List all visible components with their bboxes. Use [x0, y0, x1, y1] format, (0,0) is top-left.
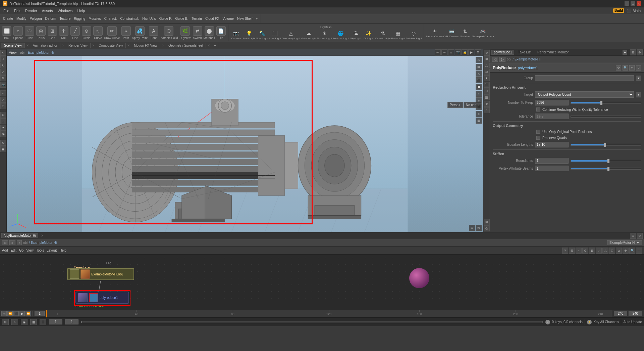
group-dropdown-btn[interactable]: ▼ — [636, 76, 641, 81]
ne-icon-4[interactable]: ⊙ — [582, 248, 588, 254]
ne-menu-view[interactable]: View — [26, 249, 34, 252]
tab-new-shelf[interactable]: New Shelf — [235, 16, 254, 21]
status-btn-2[interactable]: ○ — [11, 319, 18, 325]
ne-menu-add[interactable]: Add — [2, 249, 8, 252]
rpanel-icon-1[interactable]: ⊞ — [630, 49, 636, 55]
ne-icon-8[interactable]: □ — [609, 248, 615, 254]
vp-ctrl-2[interactable]: ↪ — [441, 49, 447, 55]
xray-toggle[interactable]: ⊙ — [0, 140, 6, 146]
pr-icon-2[interactable]: 🔍 — [623, 65, 628, 71]
tab-add-view[interactable]: + — [211, 43, 219, 48]
shelf-geometry-light[interactable]: △ Geometry Light — [282, 29, 300, 40]
preserve-quads-checkbox[interactable] — [536, 136, 540, 140]
shelf-volume-light[interactable]: ☁ Volume Light — [301, 29, 316, 40]
ne-icon-12[interactable]: ⋯ — [636, 248, 642, 254]
build-badge[interactable]: Build — [613, 8, 624, 13]
path-back[interactable]: ◁ — [492, 57, 498, 62]
shelf-platonic[interactable]: ⬡ Platonic Solid — [160, 26, 178, 40]
ri-4[interactable]: ◎ — [484, 69, 490, 75]
sop-level[interactable]: △ — [0, 97, 6, 103]
shelf-sky-light[interactable]: 🌤 Sky Light — [350, 29, 362, 40]
target-btn[interactable]: ▼ — [636, 92, 641, 97]
ri-5[interactable]: ✦ — [484, 75, 490, 81]
rpanel-icon-2[interactable]: ⊙ — [637, 49, 643, 55]
shelf-font[interactable]: A Font — [148, 26, 159, 40]
ri-9[interactable]: ⊕ — [484, 101, 490, 107]
vp-ctrl-cam[interactable]: 📷 — [455, 49, 461, 55]
shelf-null[interactable]: ✛ Null — [58, 26, 69, 40]
vp-display-1[interactable]: ⊙ — [476, 57, 482, 63]
vp-ctrl-1[interactable]: ↩ — [435, 49, 441, 55]
equalize-input[interactable] — [535, 142, 569, 147]
status-btn-3[interactable]: ◉ — [21, 319, 28, 325]
vp-ctrl-render[interactable]: ▶ — [468, 49, 474, 55]
vp-snap-1[interactable]: ⊞ — [469, 225, 475, 231]
vp-display-4[interactable]: ⬛ — [476, 77, 482, 83]
num-keep-slider[interactable] — [571, 102, 641, 104]
perspective-button[interactable]: Persp+ — [447, 102, 463, 108]
shelf-line[interactable]: ╱ Line — [70, 26, 80, 40]
menu-file[interactable]: File — [1, 8, 11, 14]
ri-bottom-2[interactable]: ◎ — [484, 225, 490, 231]
ne-icon-10[interactable]: ⊕ — [623, 248, 629, 254]
pivot-toggle[interactable]: ✦ — [0, 125, 6, 131]
rpanel-add-tab-button[interactable]: + — [623, 50, 627, 55]
main-workspace[interactable]: ⬛ Main — [625, 8, 643, 14]
template-node-box[interactable]: ExampleMotor-Hi.obj — [67, 268, 134, 280]
shelf-gamepad[interactable]: 🎮 Gamepad Camera — [472, 27, 494, 38]
ne-icon-11[interactable]: 🔍 — [629, 248, 635, 254]
menu-windows[interactable]: Windows — [56, 8, 75, 14]
status-frame-current[interactable] — [49, 319, 62, 324]
continue-checkbox[interactable] — [536, 107, 540, 112]
close-button[interactable]: ✕ — [637, 1, 641, 6]
maximize-button[interactable]: □ — [631, 1, 635, 6]
tl-end-frame-1[interactable] — [614, 311, 627, 316]
status-frame-secondary[interactable] — [65, 319, 78, 324]
shelf-file[interactable]: 📄 File — [216, 26, 226, 40]
vp-display-3[interactable]: △ — [476, 71, 482, 77]
ne-icon-5[interactable]: ▦ — [589, 248, 595, 254]
shelf-portal-light[interactable]: ▦ Portal Light — [391, 29, 405, 40]
group-input[interactable] — [535, 75, 634, 81]
shelf-box[interactable]: ⬜ Box — [1, 26, 12, 40]
menu-help[interactable]: Help — [75, 8, 87, 14]
display-toggle[interactable]: ▣ — [0, 146, 6, 152]
tl-stop[interactable]: ⬛ — [13, 311, 19, 316]
ne-path-dropdown[interactable]: ExampleMotor-Hi ▼ — [607, 240, 642, 245]
soft-toggle[interactable]: ◉ — [0, 131, 6, 137]
tab-deform[interactable]: Deform — [44, 16, 58, 21]
tab-texture[interactable]: Texture — [58, 16, 72, 21]
vert-seams-input[interactable] — [535, 166, 569, 171]
minimize-button[interactable]: _ — [625, 1, 629, 6]
ne-menu-tools[interactable]: Tools — [36, 249, 44, 252]
tl-prev-frame[interactable]: ⏪ — [7, 311, 13, 316]
vp-display-7[interactable]: ⊿ — [476, 97, 482, 103]
tl-next-frame[interactable]: ⏩ — [25, 311, 31, 316]
shelf-torus[interactable]: ◎ Torus — [36, 26, 46, 40]
polyreduce-node-box[interactable]: polyreduce1 — [75, 292, 129, 304]
use-original-checkbox[interactable] — [536, 130, 540, 134]
tab-scene-view[interactable]: Scene View — [1, 43, 25, 48]
shelf-draw-curve[interactable]: ✏ Draw Curve — [104, 26, 120, 40]
num-keep-slider-handle[interactable] — [600, 101, 602, 105]
tab-animation-editor[interactable]: Animation Editor — [30, 43, 60, 48]
shelf-curve[interactable]: ∿ Curve — [93, 26, 103, 40]
tab-muscles[interactable]: Muscles — [87, 16, 103, 21]
shelf-ambient-light[interactable]: ◌ Ambient Light — [406, 29, 422, 40]
ri-6[interactable]: ⬛ — [484, 82, 490, 88]
equalize-slider-handle[interactable] — [604, 143, 606, 147]
viewport[interactable]: View obj ExampleMotor-Hi ↩ ↪ ⌂ 📷 🔒 ▶ ⚙ — [7, 49, 483, 232]
timeline-bar[interactable]: 1 40 80 120 160 200 240 — [46, 310, 612, 317]
status-icon-1[interactable]: ⊙ — [545, 320, 550, 324]
select-tool[interactable]: ↖ — [0, 50, 6, 56]
vp-display-9[interactable]: ⧈ — [476, 111, 482, 117]
obj-level[interactable]: ○ — [0, 90, 6, 96]
shelf-camera[interactable]: 📷 Camera — [230, 29, 242, 40]
tab-composite-view[interactable]: Composite View — [96, 43, 126, 48]
shelf-env-light[interactable]: 🌐 Environ. Light — [332, 29, 349, 40]
tl-play-forward[interactable]: ▶ — [19, 311, 25, 316]
path-forward[interactable]: ▷ — [499, 57, 505, 62]
boundaries-input[interactable] — [535, 158, 569, 164]
vp-display-8[interactable]: ☰ — [476, 104, 482, 110]
shelf-switch[interactable]: ⇄ Switch — [192, 26, 203, 40]
